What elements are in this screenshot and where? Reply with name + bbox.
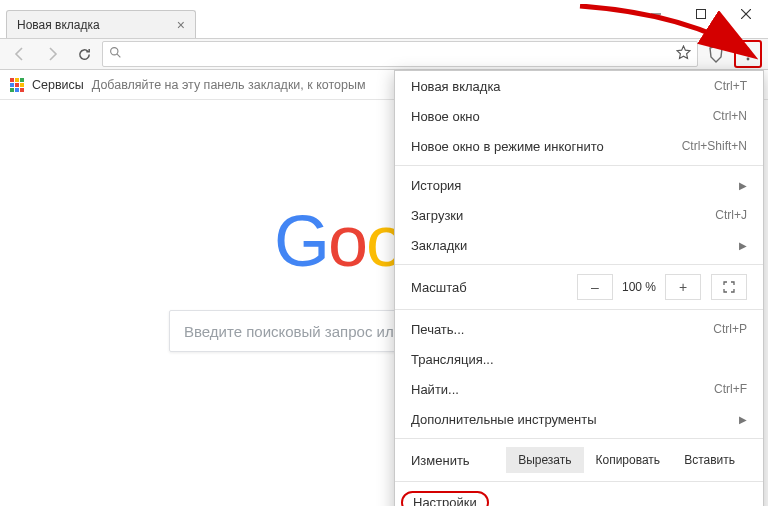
copy-button[interactable]: Копировать xyxy=(584,447,673,473)
url-input[interactable] xyxy=(128,42,676,66)
menu-label: Загрузки xyxy=(411,208,463,223)
menu-incognito[interactable]: Новое окно в режиме инкогнитоCtrl+Shift+… xyxy=(395,131,763,161)
paste-button[interactable]: Вставить xyxy=(672,447,747,473)
cut-button[interactable]: Вырезать xyxy=(506,447,583,473)
menu-label: Новая вкладка xyxy=(411,79,501,94)
menu-separator xyxy=(395,165,763,166)
bookmarks-hint: Добавляйте на эту панель закладки, к кот… xyxy=(92,78,366,92)
svg-point-8 xyxy=(747,58,750,61)
reload-button[interactable] xyxy=(70,40,98,68)
close-tab-icon[interactable]: × xyxy=(177,17,185,33)
menu-label: История xyxy=(411,178,461,193)
menu-shortcut: Ctrl+F xyxy=(714,382,747,396)
svg-point-4 xyxy=(111,48,118,55)
menu-downloads[interactable]: ЗагрузкиCtrl+J xyxy=(395,200,763,230)
close-window-button[interactable] xyxy=(723,0,768,28)
svg-point-6 xyxy=(747,48,750,51)
menu-label: Печать... xyxy=(411,322,464,337)
apps-icon[interactable] xyxy=(10,78,24,92)
menu-label: Найти... xyxy=(411,382,459,397)
menu-bookmarks[interactable]: Закладки▶ xyxy=(395,230,763,260)
svg-point-7 xyxy=(747,53,750,56)
menu-cast[interactable]: Трансляция... xyxy=(395,344,763,374)
main-menu: Новая вкладкаCtrl+T Новое окноCtrl+N Нов… xyxy=(394,70,764,506)
menu-label: Новое окно xyxy=(411,109,480,124)
tab-active[interactable]: Новая вкладка × xyxy=(6,10,196,38)
chevron-right-icon: ▶ xyxy=(739,414,747,425)
search-icon xyxy=(109,45,122,63)
menu-more-tools[interactable]: Дополнительные инструменты▶ xyxy=(395,404,763,434)
toolbar xyxy=(0,38,768,70)
address-bar[interactable] xyxy=(102,41,698,67)
menu-shortcut: Ctrl+J xyxy=(715,208,747,222)
tab-title: Новая вкладка xyxy=(17,18,100,32)
menu-new-tab[interactable]: Новая вкладкаCtrl+T xyxy=(395,71,763,101)
menu-new-window[interactable]: Новое окноCtrl+N xyxy=(395,101,763,131)
menu-separator xyxy=(395,264,763,265)
menu-history[interactable]: История▶ xyxy=(395,170,763,200)
window-controls xyxy=(633,0,768,28)
menu-shortcut: Ctrl+P xyxy=(713,322,747,336)
maximize-button[interactable] xyxy=(678,0,723,28)
menu-button[interactable] xyxy=(734,40,762,68)
menu-separator xyxy=(395,438,763,439)
zoom-label: Масштаб xyxy=(411,280,577,295)
svg-rect-1 xyxy=(696,10,705,19)
menu-shortcut: Ctrl+N xyxy=(713,109,747,123)
logo-char: G xyxy=(274,201,328,281)
bookmarks-services-label[interactable]: Сервисы xyxy=(32,78,84,92)
menu-label: Закладки xyxy=(411,238,467,253)
svg-line-5 xyxy=(117,54,120,57)
chevron-right-icon: ▶ xyxy=(739,180,747,191)
menu-edit-row: Изменить Вырезать Копировать Вставить xyxy=(395,443,763,477)
menu-shortcut: Ctrl+T xyxy=(714,79,747,93)
menu-settings[interactable]: Настройки xyxy=(395,486,763,506)
settings-highlight: Настройки xyxy=(401,491,489,507)
menu-label: Настройки xyxy=(413,495,477,507)
menu-shortcut: Ctrl+Shift+N xyxy=(682,139,747,153)
zoom-out-button[interactable]: – xyxy=(577,274,613,300)
logo-char: o xyxy=(328,201,366,281)
forward-button[interactable] xyxy=(38,40,66,68)
back-button[interactable] xyxy=(6,40,34,68)
menu-print[interactable]: Печать...Ctrl+P xyxy=(395,314,763,344)
minimize-button[interactable] xyxy=(633,0,678,28)
menu-label: Дополнительные инструменты xyxy=(411,412,597,427)
fullscreen-button[interactable] xyxy=(711,274,747,300)
browser-window: Новая вкладка × Сервисы Добавляйте на эт… xyxy=(0,0,768,506)
menu-label: Трансляция... xyxy=(411,352,494,367)
menu-zoom: Масштаб – 100 % + xyxy=(395,269,763,305)
bookmark-star-icon[interactable] xyxy=(676,45,691,64)
shield-icon[interactable] xyxy=(702,40,730,68)
chevron-right-icon: ▶ xyxy=(739,240,747,251)
menu-separator xyxy=(395,481,763,482)
zoom-in-button[interactable]: + xyxy=(665,274,701,300)
menu-separator xyxy=(395,309,763,310)
menu-find[interactable]: Найти...Ctrl+F xyxy=(395,374,763,404)
edit-label: Изменить xyxy=(411,453,506,468)
zoom-value: 100 % xyxy=(613,280,665,294)
menu-label: Новое окно в режиме инкогнито xyxy=(411,139,604,154)
